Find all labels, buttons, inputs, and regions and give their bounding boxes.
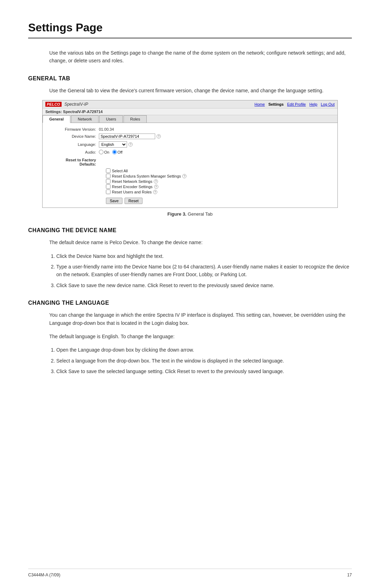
general-tab-section: GENERAL TAB Use the General tab to view … [28, 75, 352, 217]
figure-label-strong: Figure 3. [167, 211, 186, 217]
list-item: Click Save to save the selected language… [56, 367, 352, 375]
reset-network-label: Reset Network Settings [112, 179, 152, 184]
reset-encoder-help-icon[interactable]: ? [154, 185, 158, 189]
changing-language-intro1: You can change the language in which the… [49, 311, 352, 327]
reset-users-label: Reset Users and Roles [112, 190, 152, 194]
language-select[interactable]: English [99, 141, 127, 148]
settings-breadcrumb: Settings: SpectraIV-IP-A729714 [43, 109, 337, 115]
checkbox-group: Select All Reset Endura System Manager S… [106, 168, 330, 194]
changing-language-heading: CHANGING THE LANGUAGE [28, 300, 352, 306]
pelco-logo: PELCO [45, 102, 62, 107]
tab-bar: General Network Users Roles [43, 115, 337, 123]
button-group: Save Reset [106, 198, 330, 204]
general-tab-desc: Use the General tab to view the device's… [49, 87, 352, 94]
nav-logout[interactable]: Log Out [321, 102, 335, 106]
select-all-row: Select All [106, 168, 330, 173]
list-item: Click the Device Name box and highlight … [56, 252, 352, 260]
reset-section: Reset to Factory Defaults: Select All Re… [50, 158, 330, 204]
footer-left: C3444M-A (7/09) [28, 572, 60, 577]
tab-roles[interactable]: Roles [124, 115, 147, 123]
reset-encoder-label: Reset Encoder Settings [112, 185, 153, 189]
form-area: Firmware Version: 01.00.34 Device Name: … [43, 123, 337, 208]
changing-device-name-list: Click the Device Name box and highlight … [56, 252, 352, 290]
pelco-brand: PELCO SpectraIV-IP [45, 102, 88, 107]
audio-row: Audio: On Off [50, 150, 330, 154]
nav-settings[interactable]: Settings [268, 102, 284, 106]
reset-users-help-icon[interactable]: ? [153, 190, 157, 194]
changing-device-name-heading: CHANGING THE DEVICE NAME [28, 227, 352, 234]
firmware-label: Firmware Version: [50, 127, 99, 131]
list-item: Click Save to save the new device name. … [56, 281, 352, 289]
audio-on-radio[interactable] [99, 150, 103, 154]
nav-help[interactable]: Help [309, 102, 317, 106]
reset-endura-checkbox[interactable] [106, 174, 110, 178]
screenshot-box: PELCO SpectraIV-IP Home Settings Edit Pr… [42, 100, 338, 208]
pelco-nav-links: Home Settings Edit Profile Help Log Out [254, 102, 335, 106]
figure-caption: Figure 3. General Tab [28, 211, 352, 217]
reset-encoder-checkbox[interactable] [106, 184, 110, 189]
firmware-row: Firmware Version: 01.00.34 [50, 127, 330, 131]
list-item: Select a language from the drop-down box… [56, 357, 352, 365]
general-tab-heading: GENERAL TAB [28, 75, 352, 82]
audio-radio-group: On Off [99, 150, 122, 154]
reset-endura-help-icon[interactable]: ? [182, 174, 186, 178]
select-all-checkbox[interactable] [106, 168, 110, 173]
page-footer: C3444M-A (7/09) 17 [28, 569, 352, 577]
language-row: Language: English ? [50, 141, 330, 148]
audio-off-label[interactable]: Off [112, 150, 122, 154]
tab-users[interactable]: Users [99, 115, 123, 123]
changing-device-name-intro: The default device name is Pelco Device.… [49, 239, 352, 246]
audio-off-radio[interactable] [112, 150, 117, 154]
firmware-value: 01.00.34 [99, 127, 114, 131]
reset-network-row: Reset Network Settings ? [106, 179, 330, 184]
pelco-product-name: SpectraIV-IP [64, 102, 88, 107]
reset-button[interactable]: Reset [125, 198, 142, 204]
select-all-label: Select All [112, 169, 128, 173]
list-item: Type a user-friendly name into the Devic… [56, 263, 352, 279]
reset-users-checkbox[interactable] [106, 190, 110, 194]
figure-label-text: General Tab [188, 211, 213, 217]
changing-device-name-section: CHANGING THE DEVICE NAME The default dev… [28, 227, 352, 289]
language-help-icon[interactable]: ? [128, 142, 133, 147]
device-name-label: Device Name: [50, 134, 99, 138]
device-name-row: Device Name: ? [50, 134, 330, 139]
page-intro: Use the various tabs on the Settings pag… [49, 49, 352, 65]
changing-language-list: Open the Language drop-down box by click… [56, 346, 352, 375]
device-name-input[interactable] [99, 134, 155, 139]
page-title: Settings Page [28, 21, 352, 38]
nav-edit-profile[interactable]: Edit Profile [287, 102, 306, 106]
language-label: Language: [50, 142, 99, 147]
audio-on-label[interactable]: On [99, 150, 109, 154]
device-name-help-icon[interactable]: ? [157, 134, 161, 138]
reset-network-help-icon[interactable]: ? [154, 179, 158, 184]
reset-encoder-row: Reset Encoder Settings ? [106, 184, 330, 189]
footer-right: 17 [347, 572, 352, 577]
pelco-navbar: PELCO SpectraIV-IP Home Settings Edit Pr… [43, 100, 337, 109]
tab-network[interactable]: Network [71, 115, 99, 123]
reset-endura-row: Reset Endura System Manager Settings ? [106, 174, 330, 178]
changing-language-section: CHANGING THE LANGUAGE You can change the… [28, 300, 352, 375]
tab-general[interactable]: General [43, 115, 70, 123]
reset-endura-label: Reset Endura System Manager Settings [112, 174, 181, 178]
reset-label-row: Reset to Factory Defaults: [50, 158, 330, 166]
list-item: Open the Language drop-down box by click… [56, 346, 352, 354]
save-button[interactable]: Save [106, 198, 122, 204]
audio-label: Audio: [50, 150, 99, 154]
nav-home[interactable]: Home [254, 102, 265, 106]
reset-network-checkbox[interactable] [106, 179, 110, 184]
reset-label: Reset to Factory Defaults: [50, 158, 99, 166]
reset-users-row: Reset Users and Roles ? [106, 190, 330, 194]
changing-language-intro2: The default language is English. To chan… [49, 333, 352, 340]
